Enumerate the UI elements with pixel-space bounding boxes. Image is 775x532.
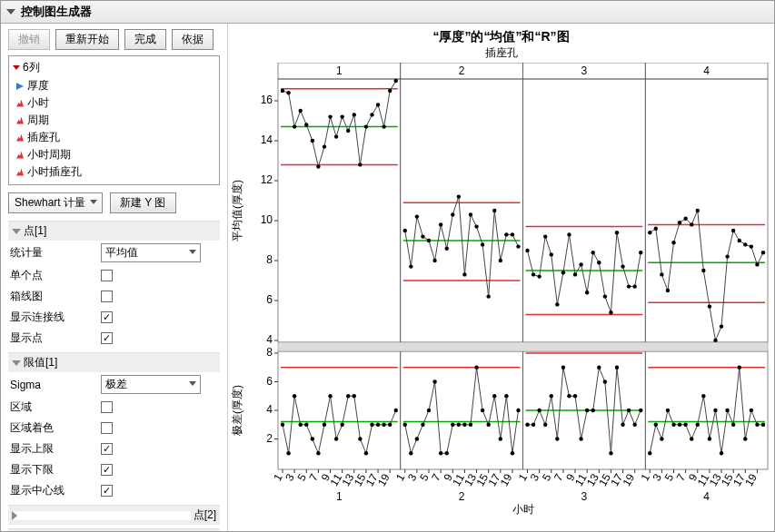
svg-point-70 <box>370 423 373 427</box>
section-points2-header[interactable]: 点[2] <box>8 505 220 525</box>
svg-text:2: 2 <box>459 490 465 503</box>
svg-point-197 <box>591 251 595 254</box>
svg-point-69 <box>370 113 373 116</box>
svg-point-245 <box>654 227 658 231</box>
svg-text:19: 19 <box>620 471 637 488</box>
finish-button[interactable]: 完成 <box>124 29 166 50</box>
svg-point-275 <box>743 242 747 246</box>
columns-header[interactable]: 6列 <box>13 60 215 75</box>
section-limits1-header[interactable]: 限值[1] <box>8 352 220 372</box>
svg-point-132 <box>474 366 478 369</box>
svg-point-262 <box>701 394 705 398</box>
red-triangle-icon[interactable] <box>13 65 20 70</box>
boxplot-checkbox[interactable] <box>101 291 113 302</box>
show-upper-checkbox[interactable] <box>101 443 113 455</box>
svg-point-113 <box>421 234 424 238</box>
svg-point-177 <box>532 272 535 276</box>
columns-count: 6列 <box>23 60 40 75</box>
svg-point-187 <box>561 271 565 274</box>
svg-point-271 <box>731 229 735 232</box>
svg-point-186 <box>555 437 559 440</box>
single-point-checkbox[interactable] <box>101 270 113 281</box>
section-limits2-header[interactable]: 限值[2] <box>8 528 220 531</box>
basis-button[interactable]: 依据 <box>172 29 214 50</box>
stat-combo[interactable]: 平均值 <box>101 243 201 262</box>
svg-point-130 <box>469 423 472 427</box>
show-conn-checkbox[interactable] <box>101 311 113 323</box>
svg-point-66 <box>358 437 362 440</box>
svg-point-71 <box>376 103 380 106</box>
svg-point-146 <box>516 409 520 412</box>
svg-point-64 <box>353 394 356 398</box>
svg-point-116 <box>427 409 431 412</box>
section-title: 点[1] <box>24 223 46 239</box>
svg-point-42 <box>286 451 290 455</box>
disclosure-icon <box>12 511 191 520</box>
svg-point-204 <box>609 451 612 455</box>
svg-text:6: 6 <box>266 375 273 388</box>
svg-point-207 <box>621 264 624 268</box>
column-item[interactable]: 小时插座孔 <box>13 163 215 181</box>
window-title: 控制图生成器 <box>21 4 92 20</box>
svg-point-143 <box>511 232 514 236</box>
svg-point-62 <box>346 394 350 398</box>
svg-point-137 <box>492 209 496 212</box>
column-item[interactable]: 厚度 <box>13 77 215 94</box>
svg-point-195 <box>585 291 589 294</box>
column-item[interactable]: 插座孔 <box>13 129 215 146</box>
svg-text:3: 3 <box>581 64 588 77</box>
svg-point-250 <box>666 409 670 412</box>
sigma-combo[interactable]: 极差 <box>101 375 201 394</box>
svg-point-265 <box>713 339 717 342</box>
control-chart[interactable]: 1234468101214162468平均值(厚度)极差(厚度)13579111… <box>228 63 773 531</box>
nominal-icon <box>16 100 24 107</box>
svg-point-276 <box>743 437 747 440</box>
svg-point-135 <box>486 294 490 298</box>
svg-point-260 <box>696 423 700 427</box>
svg-point-109 <box>409 264 412 268</box>
svg-point-67 <box>364 124 368 128</box>
chart-type-selector[interactable]: Shewhart 计量 <box>8 192 103 213</box>
svg-point-125 <box>457 194 461 198</box>
section-title: 限值[1] <box>24 355 57 370</box>
show-points-checkbox[interactable] <box>101 332 113 344</box>
restart-button[interactable]: 重新开始 <box>55 29 119 50</box>
left-panel: 撤销 重新开始 完成 依据 6列 厚度小时周期插座孔小时周期小时插座孔 Shew… <box>1 24 228 531</box>
svg-point-75 <box>388 89 392 93</box>
svg-point-145 <box>516 244 520 248</box>
column-item[interactable]: 周期 <box>13 112 215 129</box>
disclosure-triangle-icon[interactable] <box>6 9 15 15</box>
svg-point-108 <box>403 423 407 427</box>
svg-point-198 <box>591 409 595 412</box>
svg-point-282 <box>761 423 765 427</box>
svg-text:4: 4 <box>266 333 273 346</box>
svg-point-74 <box>382 423 385 427</box>
show-lower-checkbox[interactable] <box>101 464 113 476</box>
svg-point-199 <box>597 261 601 264</box>
svg-point-123 <box>451 212 454 216</box>
show-center-checkbox[interactable] <box>101 485 113 497</box>
svg-text:4: 4 <box>703 64 710 77</box>
show-upper-label: 显示上限 <box>10 441 101 457</box>
zone-checkbox[interactable] <box>101 401 113 413</box>
svg-rect-305 <box>278 342 768 351</box>
stat-row: 统计量 平均值 <box>8 241 220 265</box>
svg-point-280 <box>755 423 759 427</box>
columns-list[interactable]: 6列 厚度小时周期插座孔小时周期小时插座孔 <box>8 55 220 185</box>
svg-text:16: 16 <box>261 94 273 106</box>
new-y-chart-button[interactable]: 新建 Y 图 <box>110 192 175 213</box>
svg-point-40 <box>281 423 284 427</box>
svg-point-253 <box>678 221 681 224</box>
sigma-label: Sigma <box>10 379 101 391</box>
disclosure-icon <box>12 360 21 366</box>
column-item[interactable]: 小时周期 <box>13 146 215 163</box>
undo-button[interactable]: 撤销 <box>8 29 50 50</box>
svg-point-210 <box>627 409 631 412</box>
chart-type-row: Shewhart 计量 新建 Y 图 <box>8 192 220 213</box>
section-points1-header[interactable]: 点[1] <box>8 221 220 241</box>
control-chart-builder-window: 控制图生成器 撤销 重新开始 完成 依据 6列 厚度小时周期插座孔小时周期小时插… <box>0 0 775 532</box>
zone-color-checkbox[interactable] <box>101 422 113 434</box>
svg-point-77 <box>394 79 398 83</box>
show-center-label: 显示中心线 <box>10 483 101 498</box>
column-item[interactable]: 小时 <box>13 94 215 112</box>
